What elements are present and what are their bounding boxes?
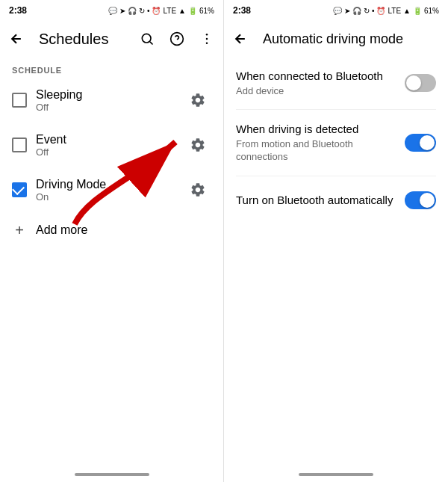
right-top-bar: Automatic driving mode	[224, 21, 448, 57]
add-more-button[interactable]: + Add more	[0, 212, 223, 248]
lte-icon-r: LTE	[388, 7, 401, 15]
gear-icon	[190, 92, 206, 108]
battery-icon: 🔋	[188, 7, 197, 15]
event-text: Event Off	[36, 133, 175, 158]
add-more-label: Add more	[36, 223, 87, 237]
back-button[interactable]	[3, 25, 30, 52]
svg-point-3	[206, 38, 208, 40]
sleeping-status: Off	[36, 102, 175, 113]
headphone-icon: 🎧	[128, 7, 137, 15]
driving-gear-button[interactable]	[184, 176, 211, 203]
svg-point-4	[206, 43, 208, 45]
bluetooth-setting-text: When connected to Bluetooth Add device	[236, 69, 396, 97]
headphone-icon-r: 🎧	[352, 7, 361, 15]
bluetooth-auto-title: Turn on Bluetooth automatically	[236, 193, 396, 208]
more-button[interactable]	[193, 25, 220, 52]
right-page-title: Automatic driving mode	[257, 31, 403, 47]
left-status-bar: 2:38 💬 ➤ 🎧 ↻ • ⏰ LTE ▲ 🔋 61%	[0, 0, 223, 21]
svg-point-0	[142, 34, 151, 43]
alarm-icon: ⏰	[152, 7, 161, 15]
left-bottom-bar	[75, 473, 149, 476]
event-gear-button[interactable]	[184, 132, 211, 158]
help-button[interactable]	[164, 25, 190, 52]
sync-icon: ↻	[139, 7, 145, 15]
add-icon: +	[12, 223, 27, 238]
send-icon-r: ➤	[344, 7, 350, 15]
bluetooth-auto-text: Turn on Bluetooth automatically	[236, 193, 396, 208]
bluetooth-setting-subtitle: Add device	[236, 85, 396, 98]
right-bottom-bar	[299, 473, 373, 476]
signal-icon: ▲	[178, 7, 186, 15]
right-status-icons: 💬 ➤ 🎧 ↻ • ⏰ LTE ▲ 🔋 61%	[333, 7, 439, 15]
battery-pct-right: 61%	[424, 7, 439, 15]
right-panel: 2:38 💬 ➤ 🎧 ↻ • ⏰ LTE ▲ 🔋 61% Automatic d…	[224, 0, 448, 482]
more-icon	[199, 31, 214, 46]
right-status-bar: 2:38 💬 ➤ 🎧 ↻ • ⏰ LTE ▲ 🔋 61%	[224, 0, 448, 21]
dot-icon: •	[147, 7, 150, 15]
driving-text: Driving Mode On	[36, 178, 175, 203]
bluetooth-setting-row: When connected to Bluetooth Add device	[224, 57, 448, 109]
left-time: 2:38	[9, 5, 27, 16]
schedule-item-event[interactable]: Event Off	[0, 123, 223, 167]
battery-pct-left: 61%	[199, 7, 214, 15]
help-icon	[169, 31, 184, 46]
event-name: Event	[36, 133, 175, 146]
left-status-icons: 💬 ➤ 🎧 ↻ • ⏰ LTE ▲ 🔋 61%	[108, 7, 214, 15]
alarm-icon-r: ⏰	[376, 7, 385, 15]
back-icon	[9, 31, 24, 46]
page-title: Schedules	[33, 31, 131, 48]
gear-icon	[190, 137, 206, 153]
search-button[interactable]	[134, 25, 161, 52]
whatsapp-icon: 💬	[108, 7, 117, 15]
search-icon	[140, 31, 155, 46]
schedule-item-driving[interactable]: Driving Mode On	[0, 167, 223, 212]
bluetooth-auto-setting-row: Turn on Bluetooth automatically	[224, 176, 448, 224]
sleeping-name: Sleeping	[36, 88, 175, 102]
driving-detected-title: When driving is detected	[236, 122, 396, 137]
whatsapp-icon-r: 💬	[333, 7, 342, 15]
bluetooth-auto-toggle[interactable]	[405, 191, 436, 209]
left-top-bar: Schedules	[0, 21, 223, 57]
right-back-button[interactable]	[227, 25, 254, 52]
driving-name: Driving Mode	[36, 178, 175, 191]
gear-icon	[190, 182, 206, 198]
sleeping-gear-button[interactable]	[184, 87, 211, 114]
svg-point-2	[206, 34, 208, 36]
driving-detected-subtitle: From motion and Bluetooth connections	[236, 138, 396, 164]
driving-detected-setting-row: When driving is detected From motion and…	[224, 110, 448, 175]
sleeping-text: Sleeping Off	[36, 88, 175, 113]
bluetooth-toggle[interactable]	[405, 74, 436, 92]
dot-icon-r: •	[372, 7, 375, 15]
signal-icon-r: ▲	[403, 7, 411, 15]
right-back-icon	[233, 31, 248, 46]
driving-checkbox[interactable]	[12, 182, 27, 197]
driving-detected-text: When driving is detected From motion and…	[236, 122, 396, 163]
section-label: SCHEDULE	[0, 57, 223, 78]
driving-detected-toggle[interactable]	[405, 134, 436, 152]
battery-icon-r: 🔋	[413, 7, 422, 15]
right-time: 2:38	[233, 5, 251, 16]
driving-status: On	[36, 191, 175, 203]
schedule-item-sleeping[interactable]: Sleeping Off	[0, 78, 223, 123]
sync-icon-r: ↻	[364, 7, 370, 15]
lte-icon: LTE	[163, 7, 176, 15]
sleeping-checkbox[interactable]	[12, 93, 27, 108]
bluetooth-setting-title: When connected to Bluetooth	[236, 69, 396, 84]
event-checkbox[interactable]	[12, 138, 27, 152]
send-icon: ➤	[119, 7, 125, 15]
left-panel: 2:38 💬 ➤ 🎧 ↻ • ⏰ LTE ▲ 🔋 61% Schedules	[0, 0, 224, 482]
event-status: Off	[36, 146, 175, 158]
